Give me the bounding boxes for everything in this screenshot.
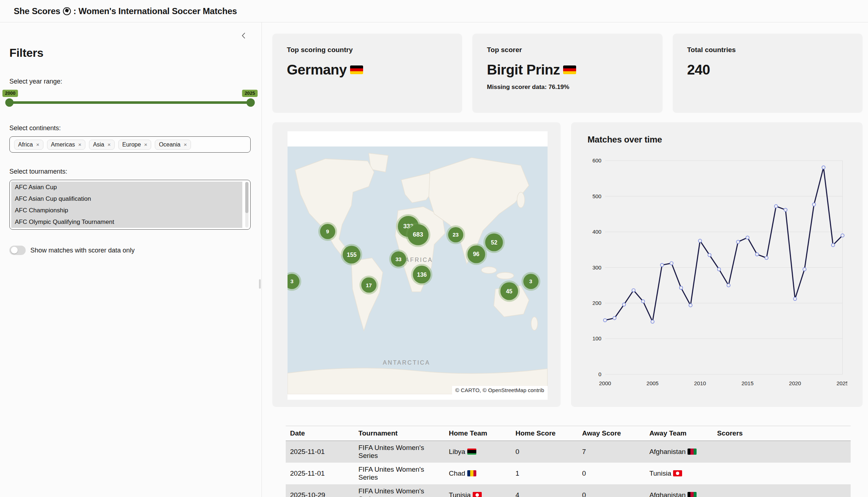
remove-tag-icon[interactable]: × <box>78 141 81 148</box>
col-scorers: Scorers <box>713 426 851 441</box>
year-start-badge: 2000 <box>3 90 18 97</box>
svg-text:2005: 2005 <box>646 380 658 386</box>
cell-home-score: 1 <box>511 463 578 484</box>
svg-text:0: 0 <box>598 371 601 377</box>
svg-text:500: 500 <box>592 193 601 199</box>
year-range-label: Select year range: <box>9 78 251 85</box>
map-cluster-marker[interactable]: 17 <box>361 277 376 293</box>
map-cluster-marker[interactable]: 96 <box>467 245 485 263</box>
continent-tag-asia[interactable]: Asia× <box>89 140 115 150</box>
total-countries-value: 240 <box>687 62 710 78</box>
col-home-team: Home Team <box>444 426 511 441</box>
stat-label: Top scorer <box>487 46 648 54</box>
cell-away-score: 0 <box>578 484 645 497</box>
tournament-option[interactable]: AFC Championship <box>11 205 242 216</box>
chevron-left-icon <box>241 32 246 39</box>
cell-home-team: Chad <box>444 463 511 484</box>
slider-handle-end[interactable] <box>247 98 255 107</box>
sidebar-collapse-button[interactable] <box>239 30 248 42</box>
cell-scorers <box>713 441 851 463</box>
cell-home-score: 0 <box>511 441 578 463</box>
tournament-option[interactable]: AFC Asian Cup qualification <box>11 193 242 205</box>
soccer-ball-icon <box>63 7 71 15</box>
app-header: She Scores : Women's International Socce… <box>0 0 868 22</box>
stat-card-top-scoring-country: Top scoring country Germany <box>272 34 462 113</box>
col-home-score: Home Score <box>511 426 578 441</box>
stat-card-total-countries: Total countries 240 <box>673 34 863 113</box>
continents-label: Select continents: <box>9 124 251 132</box>
scorer-toggle-row: Show matches with scorer data only <box>9 246 251 255</box>
slider-track[interactable] <box>9 101 251 104</box>
continent-tag-oceania[interactable]: Oceania× <box>155 140 191 150</box>
svg-text:2020: 2020 <box>789 380 801 386</box>
af-flag-icon <box>688 449 697 455</box>
continent-multiselect[interactable]: Africa×Americas×Asia×Europe×Oceania× <box>9 136 251 153</box>
scorer-data-toggle[interactable] <box>9 246 26 255</box>
map-region-label: AFRICA <box>405 257 433 263</box>
listbox-scrollbar-thumb[interactable] <box>245 182 248 213</box>
cell-tournament: FIFA Unites Women's Series <box>354 441 444 463</box>
matches-table-wrap[interactable]: DateTournamentHome TeamHome ScoreAway Sc… <box>286 426 851 497</box>
map-cluster-marker[interactable]: 52 <box>485 234 503 251</box>
map-cluster-marker[interactable]: 683 <box>408 224 429 245</box>
table-row: 2025-11-01 FIFA Unites Women's Series Ch… <box>286 463 851 484</box>
map-cluster-marker[interactable]: 155 <box>343 246 361 264</box>
map-cluster-marker[interactable]: 45 <box>500 283 518 300</box>
map-attribution[interactable]: © CARTO, © OpenStreetMap contrib <box>452 386 548 394</box>
map-cluster-marker[interactable]: 9 <box>320 224 335 239</box>
svg-text:2025: 2025 <box>836 380 847 386</box>
col-date: Date <box>286 426 354 441</box>
tournament-listbox-options: AFC Asian CupAFC Asian Cup qualification… <box>11 182 242 228</box>
main-content: Top scoring country Germany Top scorer B… <box>262 22 868 497</box>
chart-title: Matches over time <box>588 135 848 145</box>
germany-flag-icon <box>350 65 363 74</box>
tournament-listbox[interactable]: AFC Asian CupAFC Asian Cup qualification… <box>9 180 251 230</box>
cell-away-team: Afghanistan <box>645 441 712 463</box>
map-cluster-marker[interactable]: 33 <box>391 251 406 267</box>
map-region-label: ANTARCTICA <box>383 360 430 366</box>
slider-handle-start[interactable] <box>5 98 14 107</box>
svg-text:2000: 2000 <box>599 380 611 386</box>
sidebar-resize-handle[interactable] <box>259 279 261 289</box>
tournament-option[interactable]: AFC Asian Cup <box>11 182 242 193</box>
col-away-team: Away Team <box>645 426 712 441</box>
svg-text:2015: 2015 <box>741 380 753 386</box>
map-card: © CARTO, © OpenStreetMap contrib AFRICAA… <box>272 122 561 407</box>
map-cluster-marker[interactable]: 23 <box>448 227 463 242</box>
ly-flag-icon <box>467 449 476 455</box>
remove-tag-icon[interactable]: × <box>144 141 148 148</box>
germany-flag-icon <box>563 65 576 74</box>
cell-date: 2025-11-01 <box>286 463 354 484</box>
svg-text:100: 100 <box>592 335 601 341</box>
col-away-score: Away Score <box>578 426 645 441</box>
stat-value: Birgit Prinz <box>487 62 648 78</box>
map-cluster-marker[interactable]: 136 <box>413 266 431 284</box>
tn-flag-icon <box>473 492 482 497</box>
map-frame[interactable]: © CARTO, © OpenStreetMap contrib AFRICAA… <box>288 131 548 400</box>
table-row: 2025-10-29 FIFA Unites Women's Series Tu… <box>286 484 851 497</box>
matches-over-time-chart[interactable]: 0100200300400500600200020052010201520202… <box>588 147 848 399</box>
year-range-slider[interactable]: 2000 2025 <box>9 90 251 109</box>
remove-tag-icon[interactable]: × <box>184 141 187 148</box>
toggle-knob[interactable] <box>11 247 18 254</box>
tn-flag-icon <box>673 470 682 476</box>
map-cluster-marker[interactable]: 3 <box>523 274 539 289</box>
cell-away-team: Tunisia <box>645 463 712 484</box>
tournament-option[interactable]: AFC Olympic Qualifying Tournament <box>11 216 242 228</box>
page-title: She Scores : Women's International Socce… <box>14 6 237 16</box>
cell-date: 2025-10-29 <box>286 484 354 497</box>
remove-tag-icon[interactable]: × <box>36 141 39 148</box>
continent-tag-europe[interactable]: Europe× <box>118 140 151 150</box>
missing-scorer-note: Missing scorer data: 76.19% <box>487 84 648 91</box>
continent-tag-africa[interactable]: Africa× <box>14 140 43 150</box>
remove-tag-icon[interactable]: × <box>107 141 111 148</box>
listbox-scrollbar[interactable] <box>245 182 248 228</box>
cell-scorers <box>713 484 851 497</box>
cell-away-score: 7 <box>578 441 645 463</box>
continent-tag-americas[interactable]: Americas× <box>47 140 85 150</box>
cell-tournament: FIFA Unites Women's Series <box>354 463 444 484</box>
stat-card-top-scorer: Top scorer Birgit Prinz Missing scorer d… <box>472 34 662 113</box>
svg-text:2010: 2010 <box>694 380 706 386</box>
cell-scorers <box>713 463 851 484</box>
scorer-toggle-label: Show matches with scorer data only <box>30 247 135 254</box>
